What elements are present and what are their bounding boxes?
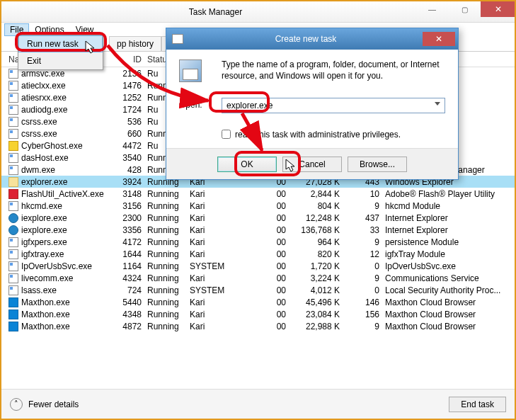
process-pid: 1476 <box>110 81 144 91</box>
tab-app-history[interactable]: pp history <box>109 36 161 51</box>
fewer-details-icon[interactable]: ˄ <box>10 398 23 411</box>
process-memory: 2,844 K <box>289 189 343 199</box>
process-pid: 1724 <box>110 105 144 115</box>
process-pid: 2300 <box>110 213 144 223</box>
process-pid: 724 <box>110 285 144 295</box>
ok-button[interactable]: OK <box>217 157 277 172</box>
open-label: Open: <box>179 98 214 110</box>
menu-item-run-new-task[interactable]: Run new task <box>18 35 103 52</box>
table-row[interactable]: iexplore.exe2300RunningKari0012,248 K437… <box>1 212 515 224</box>
process-name: IpOverUsbSvc.exe <box>21 261 92 271</box>
process-icon <box>8 322 18 331</box>
table-row[interactable]: IpOverUsbSvc.exe1164RunningSYSTEM001,720… <box>1 260 515 272</box>
table-row[interactable]: Maxthon.exe5440RunningKari0045,496 K146M… <box>1 296 515 308</box>
process-memory: 136,768 K <box>289 225 343 235</box>
table-row[interactable]: iexplore.exe3356RunningKari00136,768 K33… <box>1 224 515 236</box>
process-status: Running <box>144 249 187 259</box>
process-pid: 1644 <box>110 249 144 259</box>
dropdown-caret-icon[interactable] <box>435 102 440 106</box>
process-icon <box>8 249 18 259</box>
process-pid: 4348 <box>110 310 144 319</box>
process-icon <box>8 310 18 319</box>
process-pid: 536 <box>110 117 144 127</box>
process-threads: 33 <box>343 225 382 235</box>
admin-checkbox[interactable] <box>222 130 231 139</box>
process-cpu: 00 <box>249 261 289 271</box>
process-status: Running <box>144 261 187 271</box>
process-memory: 964 K <box>289 237 343 247</box>
process-threads: 0 <box>343 261 382 271</box>
table-row[interactable]: igfxpers.exe4172RunningKari00964 K9persi… <box>1 236 515 248</box>
process-name: dwm.exe <box>21 165 55 175</box>
process-description: persistence Module <box>382 237 515 247</box>
process-user: Kari <box>187 201 249 211</box>
process-icon <box>8 129 18 139</box>
process-threads: 9 <box>343 273 382 283</box>
process-description: Internet Explorer <box>382 213 515 223</box>
fewer-details-label[interactable]: Fewer details <box>28 399 79 409</box>
process-status: Running <box>144 297 187 307</box>
process-status: Running <box>144 273 187 283</box>
process-icon <box>8 81 18 91</box>
process-pid: 3924 <box>110 177 144 187</box>
table-row[interactable]: livecomm.exe4324RunningKari003,224 K9Com… <box>1 272 515 284</box>
process-pid: 3156 <box>110 201 144 211</box>
table-row[interactable]: hkcmd.exe3156RunningKari00804 K9hkcmd Mo… <box>1 200 515 212</box>
browse-button[interactable]: Browse... <box>348 157 407 172</box>
run-icon <box>172 34 183 44</box>
process-name: Maxthon.exe <box>21 322 70 331</box>
minimize-button[interactable] <box>415 1 448 17</box>
process-cpu: 00 <box>249 310 289 319</box>
maximize-button[interactable] <box>448 1 481 17</box>
process-cpu: 00 <box>249 322 289 331</box>
table-row[interactable]: Maxthon.exe4872RunningKari0022,988 K9Max… <box>1 320 515 332</box>
process-pid: 4472 <box>110 141 144 151</box>
end-task-button[interactable]: End task <box>449 397 506 412</box>
process-pid: 1164 <box>110 261 144 271</box>
process-status: Running <box>144 285 187 295</box>
table-row[interactable]: igfxtray.exe1644RunningKari00820 K12igfx… <box>1 248 515 260</box>
process-memory: 23,084 K <box>289 310 343 319</box>
create-new-task-dialog: Create new task ✕ Type the name of a pro… <box>166 28 459 180</box>
process-description: Maxthon Cloud Browser <box>382 297 515 307</box>
process-pid: 3540 <box>110 153 144 163</box>
process-user: Kari <box>187 225 249 235</box>
process-icon <box>8 105 18 115</box>
open-input-value: explorer.exe <box>227 101 273 110</box>
process-icon <box>8 117 18 127</box>
process-threads: 9 <box>343 237 382 247</box>
process-user: Kari <box>187 273 249 283</box>
process-cpu: 00 <box>249 201 289 211</box>
process-name: Maxthon.exe <box>21 297 70 307</box>
process-icon <box>8 201 18 211</box>
process-cpu: 00 <box>249 189 289 199</box>
process-memory: 3,224 K <box>289 273 343 283</box>
close-button[interactable] <box>481 1 515 17</box>
process-description: Internet Explorer <box>382 225 515 235</box>
cancel-button[interactable]: Cancel <box>282 157 342 172</box>
table-row[interactable]: lsass.exe724RunningSYSTEM004,012 K0Local… <box>1 284 515 296</box>
statusbar: ˄ Fewer details End task <box>1 389 515 419</box>
process-status: Running <box>144 213 187 223</box>
process-pid: 3356 <box>110 225 144 235</box>
file-menu-dropdown: Run new task Exit <box>18 35 103 70</box>
process-icon <box>8 69 18 79</box>
process-name: Maxthon.exe <box>21 310 70 319</box>
process-memory: 12,248 K <box>289 213 343 223</box>
process-icon <box>8 189 18 199</box>
open-input[interactable]: explorer.exe <box>222 98 445 113</box>
table-row[interactable]: Maxthon.exe4348RunningKari0023,084 K156M… <box>1 308 515 320</box>
process-name: hkcmd.exe <box>21 201 62 211</box>
process-cpu: 00 <box>249 285 289 295</box>
process-threads: 437 <box>343 213 382 223</box>
process-description: Local Security Authority Proc... <box>382 285 515 295</box>
process-pid: 4872 <box>110 322 144 331</box>
menu-item-exit[interactable]: Exit <box>18 52 103 69</box>
col-pid[interactable]: ID <box>110 55 144 64</box>
process-user: Kari <box>187 189 249 199</box>
process-pid: 4324 <box>110 273 144 283</box>
table-row[interactable]: FlashUtil_ActiveX.exe3148RunningKari002,… <box>1 188 515 200</box>
dialog-close-button[interactable]: ✕ <box>423 32 455 46</box>
process-memory: 45,496 K <box>289 297 343 307</box>
dialog-title: Create new task <box>189 34 423 44</box>
